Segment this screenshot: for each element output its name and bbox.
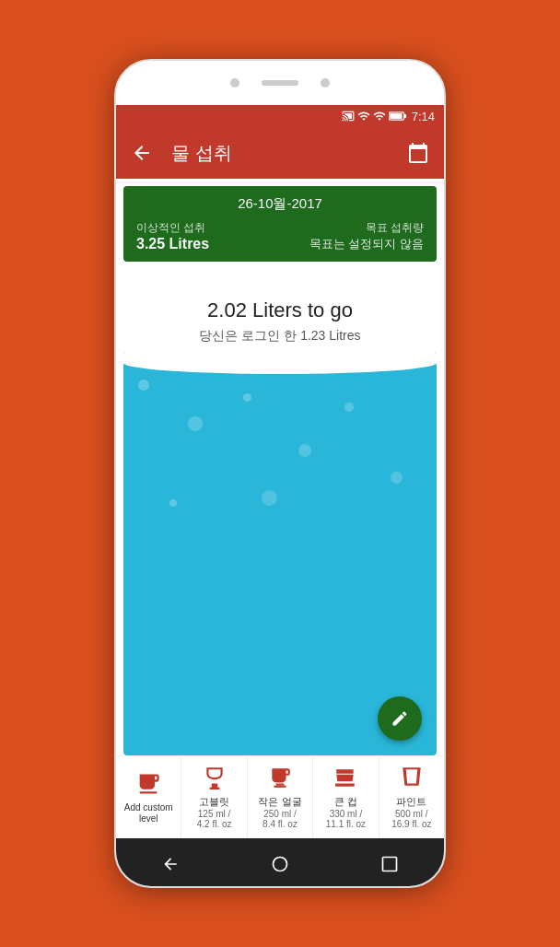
page-title: 물 섭취	[171, 141, 403, 166]
back-button[interactable]	[127, 138, 157, 168]
ideal-value: 3.25 Litres	[136, 236, 209, 252]
bubble	[169, 499, 177, 507]
large-cup-name: 큰 컵	[334, 795, 357, 809]
small-cup-icon	[268, 766, 292, 791]
front-camera	[230, 78, 239, 88]
large-cup-icon	[333, 766, 357, 791]
pint-name: 파인트	[396, 795, 426, 809]
back-nav-button[interactable]	[152, 846, 189, 883]
bubble	[391, 472, 402, 484]
bubble	[138, 380, 149, 391]
large-cup-sub: 330 ml /11.1 fl. oz	[326, 809, 366, 829]
signal2-icon	[373, 110, 386, 123]
home-nav-button[interactable]	[262, 846, 298, 883]
custom-level-label: Add customlevel	[124, 802, 173, 824]
small-cup-name: 작은 얼굴	[258, 795, 301, 809]
speaker	[262, 80, 298, 86]
status-icons: 7:14	[342, 110, 435, 123]
pint-icon	[400, 766, 424, 791]
svg-rect-7	[382, 858, 396, 871]
phone-frame: 7:14 물 섭취 26-10월-2017 이상적인 섭취	[114, 59, 446, 888]
bubble	[344, 403, 354, 412]
goal-section: 목표 섭취량 목표는 설정되지 않음	[309, 220, 424, 252]
bubble	[298, 444, 311, 457]
pint-button[interactable]: 파인트 500 ml /16.9 fl. oz	[379, 756, 444, 838]
add-custom-level-button[interactable]: Add customlevel	[116, 756, 181, 838]
info-row: 이상적인 섭취 3.25 Litres 목표 섭취량 목표는 설정되지 않음	[136, 220, 424, 252]
small-cup-sub: 250 ml /8.4 fl. oz	[262, 809, 298, 829]
small-cup-button[interactable]: 작은 얼굴 250 ml /8.4 fl. oz	[248, 756, 313, 838]
edit-fab[interactable]	[378, 696, 422, 741]
svg-point-6	[273, 858, 286, 871]
cast-icon	[342, 110, 355, 123]
info-date: 26-10월-2017	[136, 195, 424, 213]
goal-label: 목표 섭취량	[309, 220, 424, 236]
logged-text: 당신은 로그인 한 1.23 Litres	[199, 328, 360, 345]
battery-icon	[389, 111, 407, 122]
goblet-sub: 125 ml /4.2 fl. oz	[197, 809, 232, 829]
sensor	[321, 78, 330, 88]
water-fill	[123, 352, 437, 755]
svg-rect-2	[403, 114, 406, 118]
goblet-name: 고블릿	[199, 795, 229, 809]
app-bar: 물 섭취	[116, 127, 444, 179]
goblet-button[interactable]: 고블릿 125 ml /4.2 fl. oz	[181, 756, 247, 838]
water-container	[123, 352, 437, 755]
status-bar: 7:14	[116, 105, 444, 127]
wave-top	[123, 352, 437, 374]
nav-bar	[116, 838, 444, 888]
svg-rect-5	[274, 786, 286, 788]
bubble	[262, 490, 277, 506]
signal1-icon	[357, 110, 370, 123]
svg-rect-1	[390, 113, 402, 119]
goblet-icon	[203, 766, 227, 791]
liters-to-go: 2.02 Liters to go	[207, 298, 353, 322]
recent-nav-button[interactable]	[371, 846, 408, 883]
main-content: 2.02 Liters to go 당신은 로그인 한 1.23 Litres	[116, 269, 444, 755]
calendar-button[interactable]	[403, 138, 433, 168]
phone-top	[116, 61, 444, 105]
bubble	[243, 393, 251, 402]
bubble	[188, 416, 203, 431]
svg-rect-4	[276, 784, 285, 786]
large-cup-button[interactable]: 큰 컵 330 ml /11.1 fl. oz	[313, 756, 379, 838]
svg-point-3	[143, 778, 147, 783]
pint-sub: 500 ml /16.9 fl. oz	[391, 809, 431, 829]
time-display: 7:14	[412, 110, 435, 123]
custom-level-icon	[135, 771, 161, 799]
edit-icon	[391, 709, 409, 728]
goal-value: 목표는 설정되지 않음	[309, 236, 424, 252]
phone-screen: 7:14 물 섭취 26-10월-2017 이상적인 섭취	[116, 105, 444, 838]
ideal-label: 이상적인 섭취	[136, 220, 209, 236]
info-card: 26-10월-2017 이상적인 섭취 3.25 Litres 목표 섭취량 목…	[123, 186, 437, 262]
ideal-section: 이상적인 섭취 3.25 Litres	[136, 220, 209, 252]
bottom-bar: Add customlevel 고블릿 125 ml /4.2 fl. oz	[116, 755, 444, 838]
